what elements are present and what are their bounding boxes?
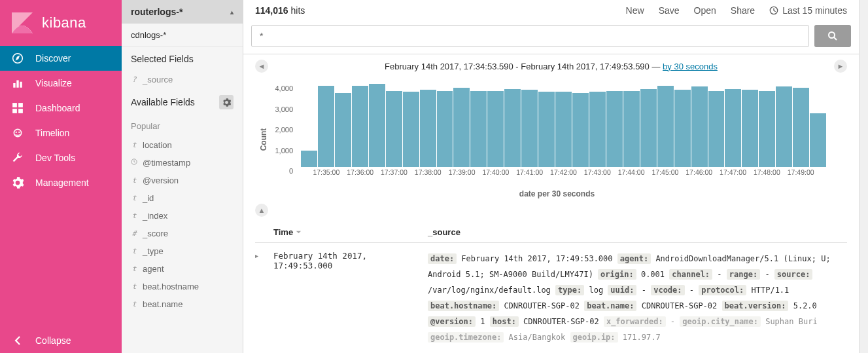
- field--version[interactable]: t@version: [122, 172, 243, 189]
- x-tick: 17:42:00: [550, 168, 577, 176]
- column-time[interactable]: Time: [273, 227, 428, 237]
- histogram-bar[interactable]: [301, 151, 317, 167]
- field-beat-hostname[interactable]: tbeat.hostname: [122, 278, 243, 295]
- scroll-to-top[interactable]: ▲: [255, 204, 268, 217]
- open-button[interactable]: Open: [694, 5, 716, 16]
- histogram-bar[interactable]: [657, 86, 674, 167]
- histogram-bar[interactable]: [793, 88, 809, 167]
- nav-item-dev-tools[interactable]: Dev Tools: [0, 145, 122, 170]
- field-location[interactable]: tlocation: [122, 136, 243, 154]
- histogram-bar[interactable]: [742, 90, 758, 167]
- histogram-bar[interactable]: [386, 91, 402, 167]
- histogram-bar[interactable]: [589, 92, 606, 167]
- histogram-bar[interactable]: [470, 91, 487, 167]
- histogram-bar[interactable]: [420, 90, 436, 167]
- row-time: February 14th 2017, 17:49:53.000: [273, 251, 428, 345]
- share-button[interactable]: Share: [731, 5, 755, 16]
- collapse-nav[interactable]: Collapse: [0, 328, 122, 353]
- compass-icon: [12, 52, 24, 64]
- page-next[interactable]: ►: [834, 60, 847, 73]
- x-tick: 17:35:00: [313, 168, 339, 176]
- histogram-bar[interactable]: [606, 91, 623, 167]
- y-axis-label: Count: [259, 128, 268, 151]
- svg-point-12: [18, 132, 20, 133]
- clock-icon: [131, 158, 137, 167]
- time-picker[interactable]: Last 15 minutes: [769, 5, 847, 16]
- interval-link[interactable]: by 30 seconds: [663, 62, 718, 71]
- field-filter-button[interactable]: [219, 95, 234, 109]
- histogram-bar[interactable]: [504, 89, 521, 167]
- histogram-bar[interactable]: [521, 90, 538, 167]
- histogram-bar[interactable]: [691, 86, 708, 167]
- histogram-bar[interactable]: [623, 91, 640, 167]
- histogram-bar[interactable]: [335, 93, 351, 167]
- histogram-bar[interactable]: [369, 84, 385, 167]
- page-prev[interactable]: ◄: [255, 60, 268, 73]
- nav-item-dashboard[interactable]: Dashboard: [0, 96, 122, 121]
- dashboard-icon: [12, 102, 24, 114]
- svg-point-15: [829, 32, 835, 38]
- table-row: ▸February 14th 2017, 17:49:53.000date: F…: [255, 243, 847, 353]
- histogram-bar[interactable]: [352, 86, 368, 167]
- popular-label: Popular: [122, 116, 243, 136]
- main-content: 114,016 hits NewSaveOpenShare Last 15 mi…: [243, 0, 859, 353]
- histogram-chart[interactable]: 01,0002,0003,0004,000 17:35:0017:36:0017…: [273, 78, 841, 176]
- selected-fields-title: Selected Fields: [122, 47, 243, 71]
- histogram-bar[interactable]: [453, 88, 470, 167]
- histogram-bar[interactable]: [487, 91, 504, 167]
- nav-item-management[interactable]: Management: [0, 170, 122, 195]
- histogram-bar[interactable]: [538, 92, 555, 167]
- index-pattern-select[interactable]: routerlogs-* ▴: [122, 0, 243, 24]
- clock-icon: [769, 6, 778, 15]
- expand-row[interactable]: ▸: [255, 251, 273, 345]
- nav-item-discover[interactable]: Discover: [0, 46, 122, 71]
- histogram-bar[interactable]: [555, 92, 572, 167]
- nav-item-timelion[interactable]: Timelion: [0, 121, 122, 145]
- histogram-bar[interactable]: [708, 91, 725, 167]
- histogram-bar[interactable]: [810, 113, 826, 167]
- histogram-bar[interactable]: [759, 91, 775, 167]
- search-button[interactable]: [814, 25, 851, 47]
- new-button[interactable]: New: [626, 5, 644, 16]
- x-tick: 17:46:00: [686, 168, 712, 176]
- nav-item-visualize[interactable]: Visualize: [0, 71, 122, 96]
- date-range-row: ◄ February 14th 2017, 17:34:53.590 - Feb…: [243, 54, 859, 78]
- topbar: 114,016 hits NewSaveOpenShare Last 15 mi…: [243, 0, 859, 21]
- scrollbar[interactable]: [859, 0, 868, 353]
- histogram-bar[interactable]: [674, 90, 691, 167]
- index-pattern-label: routerlogs-*: [131, 7, 182, 17]
- histogram-bar[interactable]: [437, 91, 453, 167]
- field-_source[interactable]: ?_source: [122, 71, 243, 88]
- histogram-bar[interactable]: [403, 92, 419, 167]
- x-tick: 17:47:00: [720, 168, 746, 176]
- x-tick: 17:36:00: [347, 168, 373, 176]
- column-source[interactable]: _source: [428, 227, 847, 237]
- field--timestamp[interactable]: @timestamp: [122, 154, 243, 172]
- logo[interactable]: kibana: [0, 0, 122, 46]
- index-pattern-option[interactable]: cdnlogs-*: [122, 24, 243, 47]
- table-header: Time _source: [255, 221, 847, 243]
- x-tick: 17:45:00: [651, 168, 678, 176]
- svg-rect-9: [18, 109, 23, 113]
- histogram-bar[interactable]: [572, 93, 589, 167]
- x-tick: 17:38:00: [415, 168, 442, 176]
- histogram-bar[interactable]: [640, 89, 657, 167]
- histogram-bar[interactable]: [725, 89, 741, 167]
- logo-text: kibana: [42, 14, 86, 31]
- field-_type[interactable]: t_type: [122, 242, 243, 260]
- histogram-bar[interactable]: [318, 86, 334, 167]
- query-input[interactable]: [251, 25, 809, 47]
- save-button[interactable]: Save: [659, 5, 680, 16]
- histogram-wrap: Count 01,0002,0003,0004,000 17:35:0017:3…: [243, 78, 859, 201]
- histogram-bar[interactable]: [776, 86, 792, 167]
- field-_score[interactable]: #_score: [122, 225, 243, 242]
- kibana-logo-icon: [10, 11, 34, 35]
- search-icon: [827, 31, 838, 41]
- documents-table: ▲ Time _source ▸February 14th 2017, 17:4…: [243, 201, 859, 353]
- collapse-label: Collapse: [35, 335, 71, 346]
- y-tick: 4,000: [273, 84, 297, 92]
- field-_index[interactable]: t_index: [122, 207, 243, 225]
- field-agent[interactable]: tagent: [122, 260, 243, 278]
- field-_id[interactable]: t_id: [122, 189, 243, 207]
- field-beat-name[interactable]: tbeat.name: [122, 295, 243, 313]
